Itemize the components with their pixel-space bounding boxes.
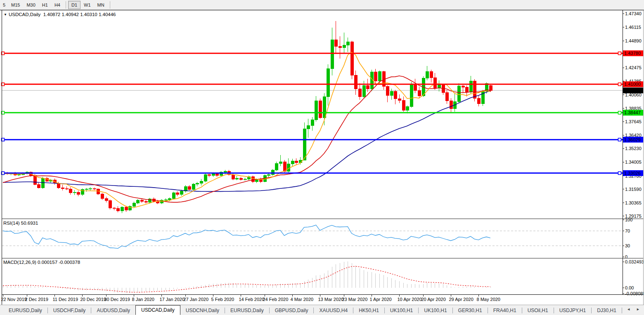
svg-text:1.37645: 1.37645 — [625, 119, 642, 124]
chart-symbol-period: USDCAD,Daily — [9, 12, 40, 17]
svg-text:23 Mar 2020: 23 Mar 2020 — [342, 297, 368, 302]
svg-text:1.47340: 1.47340 — [625, 11, 642, 16]
svg-text:1.30365: 1.30365 — [625, 200, 642, 205]
svg-text:1.44890: 1.44890 — [625, 38, 642, 43]
toolbar-separator — [66, 1, 66, 9]
chart-tab-uk100-h1[interactable]: UK100,H1 — [419, 306, 452, 315]
tab-scroll-right-icon[interactable]: ► — [636, 307, 640, 311]
svg-text:0.00: 0.00 — [625, 285, 634, 290]
svg-text:20 Dec 2019: 20 Dec 2019 — [80, 297, 106, 302]
svg-text:1.42475: 1.42475 — [625, 65, 642, 70]
svg-text:5 Feb 2020: 5 Feb 2020 — [211, 297, 234, 302]
svg-text:24 Feb 2020: 24 Feb 2020 — [263, 297, 289, 302]
svg-text:11 Dec 2019: 11 Dec 2019 — [53, 297, 78, 302]
chart-tab-usdcnh-daily[interactable]: USDCNH,Daily — [180, 306, 225, 315]
svg-text:1.46115: 1.46115 — [625, 25, 641, 30]
svg-text:1.31590: 1.31590 — [625, 187, 642, 192]
chart-tab-uk100-h1[interactable]: UK100,H1 — [385, 306, 418, 315]
svg-text:1.43780: 1.43780 — [624, 51, 641, 56]
svg-text:30 Dec 2019: 30 Dec 2019 — [104, 297, 130, 302]
svg-text:22 Nov 2019: 22 Nov 2019 — [1, 297, 27, 302]
chart-area[interactable]: 1.473401.461151.448901.424751.412851.400… — [0, 10, 644, 305]
timeframe-button-h4[interactable]: H4 — [51, 1, 64, 9]
svg-text:70: 70 — [625, 228, 630, 233]
svg-text:14 Feb 2020: 14 Feb 2020 — [239, 297, 265, 302]
chart-tab-eurusd-daily[interactable]: EURUSD,Daily — [225, 306, 269, 315]
svg-text:1.41000: 1.41000 — [624, 82, 641, 87]
chart-tab-fra40-h1[interactable]: FRA40,H1 — [488, 306, 522, 315]
svg-text:4 Mar 2020: 4 Mar 2020 — [291, 297, 314, 302]
svg-text:-0.008086: -0.008086 — [625, 291, 644, 296]
chart-tab-usdcad-daily-active[interactable]: USDCAD,Daily — [135, 305, 180, 315]
chart-tab-ger30-h1[interactable]: GER30,H1 — [453, 306, 488, 315]
chart-tab-xauusd-h4[interactable]: XAUUSD,H4 — [314, 306, 353, 315]
macd-indicator-label: MACD(12,26,9) 0.000157 -0.000378 — [3, 260, 80, 265]
svg-text:1.34005: 1.34005 — [625, 160, 642, 165]
svg-text:29 Apr 2020: 29 Apr 2020 — [449, 297, 474, 302]
svg-text:1.33026: 1.33026 — [624, 171, 641, 176]
chart-tab-bar: EURUSD,DailyUSDCHF,DailyAUDUSD,DailyUSDC… — [0, 305, 644, 315]
svg-text:13 Mar 2020: 13 Mar 2020 — [318, 297, 344, 302]
timeframe-button-m30[interactable]: M30 — [23, 1, 38, 9]
svg-text:1.38447: 1.38447 — [624, 110, 641, 115]
svg-text:30: 30 — [625, 243, 630, 248]
macd-histogram — [3, 261, 491, 293]
timeframe-button-h1[interactable]: H1 — [39, 1, 51, 9]
chart-tab-dj30-h1[interactable]: DJ30,H1 — [592, 306, 622, 315]
price-chart-canvas[interactable]: 1.473401.461151.448901.424751.412851.400… — [0, 10, 644, 305]
chart-title: ▼USDCAD,Daily 1.40872 1.40942 1.40310 1.… — [4, 12, 116, 17]
tab-scroll-left-icon[interactable]: ◄ — [627, 307, 630, 311]
svg-text:10 Apr 2020: 10 Apr 2020 — [398, 297, 422, 302]
timeframe-button-w1[interactable]: W1 — [80, 1, 94, 9]
toolbar-separator — [110, 1, 110, 9]
chart-tab-audusd-daily[interactable]: AUDUSD,Daily — [91, 306, 135, 315]
svg-text:8 May 2020: 8 May 2020 — [477, 297, 500, 302]
timeframe-toolbar: 5M15M30H1H4D1W1MN — [0, 0, 644, 10]
chart-tab-usdjpy-h1[interactable]: USDJPY,H1 — [554, 306, 591, 315]
svg-text:1.35230: 1.35230 — [625, 146, 642, 151]
svg-text:100: 100 — [625, 217, 632, 222]
timeframe-button-5[interactable]: 5 — [0, 1, 8, 9]
timeframe-button-m15[interactable]: M15 — [8, 1, 23, 9]
svg-text:2 Dec 2019: 2 Dec 2019 — [25, 297, 48, 302]
mt4-chart-window: 5M15M30H1H4D1W1MN 1.473401.461151.448901… — [0, 0, 644, 315]
svg-text:20 Apr 2020: 20 Apr 2020 — [421, 297, 446, 302]
svg-text:0.032493: 0.032493 — [625, 259, 644, 264]
tab-separator — [622, 308, 622, 313]
chart-tab-gbpusd-daily[interactable]: GBPUSD,Daily — [270, 306, 314, 315]
chart-tab-hk50-h1[interactable]: HK50,H1 — [353, 306, 384, 315]
chart-tab-usoil-h1[interactable]: USOil,H1 — [522, 306, 554, 315]
chart-tab-usdchf-daily[interactable]: USDCHF,Daily — [48, 306, 91, 315]
svg-text:17 Jan 2020: 17 Jan 2020 — [160, 297, 185, 302]
svg-text:27 Jan 2020: 27 Jan 2020 — [184, 297, 209, 302]
chart-ohlc-values: 1.40872 1.40942 1.40310 1.40446 — [43, 12, 116, 17]
timeframe-button-mn[interactable]: MN — [94, 1, 108, 9]
svg-text:1 Apr 2020: 1 Apr 2020 — [370, 297, 392, 302]
tab-scroll-arrows: ◄ ► — [627, 307, 640, 311]
symbol-dropdown-icon[interactable]: ▼ — [4, 13, 7, 16]
rsi-indicator-label: RSI(14) 50.6931 — [3, 221, 38, 226]
timeframe-button-d1[interactable]: D1 — [68, 1, 80, 9]
svg-text:1.36029: 1.36029 — [624, 137, 641, 142]
svg-text:1.40446: 1.40446 — [624, 88, 641, 93]
svg-text:8 Jan 2020: 8 Jan 2020 — [132, 297, 154, 302]
chart-tab-eurusd-daily[interactable]: EURUSD,Daily — [3, 306, 47, 315]
